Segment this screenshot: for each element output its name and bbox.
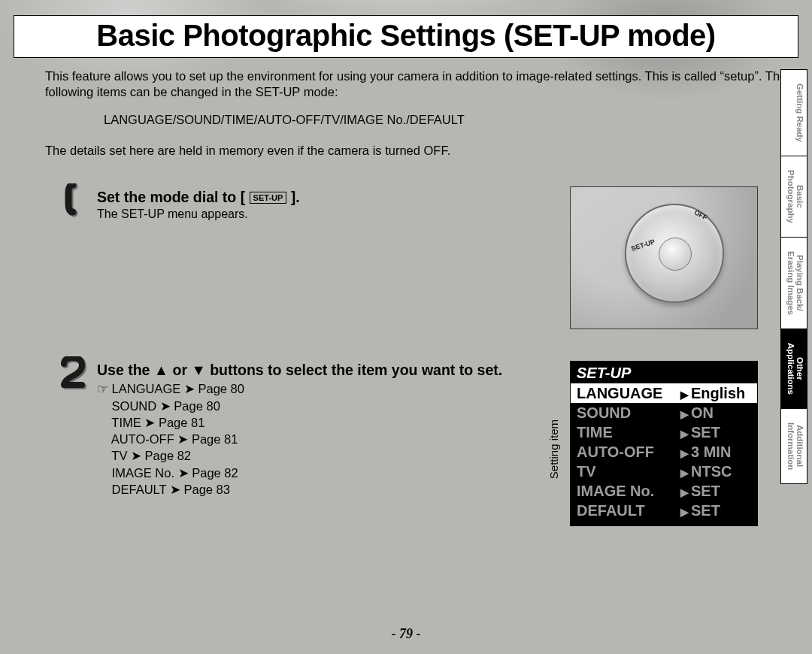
setting-item-callout: Setting item: [547, 419, 560, 479]
setup-chip: SET-UP: [250, 192, 287, 204]
tab-additional-information[interactable]: Additional Information: [780, 408, 807, 484]
tab-label: Information: [786, 422, 795, 470]
mode-dial-photo: OFF SET-UP: [570, 186, 758, 329]
lcd-val: English: [680, 385, 745, 402]
lcd-key: LANGUAGE: [577, 385, 680, 402]
ref-image-no: IMAGE No. ➤ Page 82: [112, 466, 238, 480]
lcd-key: AUTO-OFF: [577, 444, 680, 461]
lcd-key: DEFAULT: [577, 502, 680, 519]
page-reference-list: ☞ LANGUAGE ➤ Page 80 ☞ SOUND ➤ Page 80 ☞…: [97, 380, 538, 498]
lcd-title: SET-UP: [571, 362, 757, 383]
lcd-row-tv: TV NTSC: [571, 462, 757, 481]
mode-dial: OFF SET-UP: [625, 204, 724, 303]
lcd-row-time: TIME SET: [571, 422, 757, 442]
lcd-val: SET: [680, 502, 720, 519]
step-1-subtext: The SET-UP menu appears.: [97, 207, 538, 221]
ref-default: DEFAULT ➤ Page 83: [112, 483, 230, 496]
page-title: Basic Photographic Settings (SET-UP mode…: [22, 19, 790, 53]
lcd-setup-menu: SET-UP LANGUAGE English SOUND ON TIME SE…: [570, 361, 758, 526]
lcd-row-default: DEFAULT SET: [571, 501, 757, 520]
page-title-band: Basic Photographic Settings (SET-UP mode…: [14, 15, 798, 58]
lcd-row-auto-off: AUTO-OFF 3 MIN: [571, 442, 757, 462]
lcd-row-sound: SOUND ON: [571, 403, 757, 422]
tab-label: Other: [795, 357, 804, 380]
step-1-heading-post: ].: [286, 189, 299, 205]
lcd-key: TV: [577, 463, 680, 480]
manual-page: Basic Photographic Settings (SET-UP mode…: [0, 0, 812, 654]
step-1: Set the mode dial to [ SET-UP ]. The SET…: [56, 188, 538, 221]
step-number-2-icon: [56, 356, 91, 391]
tab-getting-ready[interactable]: Getting Ready: [780, 69, 807, 156]
tab-label: Getting Ready: [795, 83, 804, 142]
ref-sound: SOUND ➤ Page 80: [112, 399, 220, 413]
lcd-val: SET: [680, 424, 720, 441]
lcd-val: NTSC: [680, 463, 732, 480]
setup-items-list: LANGUAGE/SOUND/TIME/AUTO-OFF/TV/IMAGE No…: [104, 113, 806, 127]
tab-playing-back[interactable]: Playing Back/ Erasing Images: [780, 237, 807, 329]
tab-label: Photography: [786, 170, 795, 223]
lcd-val: SET: [680, 483, 720, 500]
ref-auto-off: AUTO-OFF ➤ Page 81: [111, 432, 238, 446]
lcd-key: IMAGE No.: [577, 483, 680, 500]
memory-retain-note: The details set here are held in memory …: [45, 144, 806, 158]
ref-tv: TV ➤ Page 82: [111, 449, 191, 462]
tab-basic-photography[interactable]: Basic Photography: [780, 156, 807, 237]
ref-language: LANGUAGE ➤ Page 80: [112, 382, 244, 395]
tab-label: Playing Back/: [795, 255, 804, 311]
step-1-heading: Set the mode dial to [ SET-UP ].: [97, 188, 538, 206]
tab-other-applications[interactable]: Other Applications: [780, 329, 807, 408]
lcd-key: SOUND: [577, 404, 680, 422]
section-tabs: Getting Ready Basic Photography Playing …: [780, 69, 807, 484]
tab-label: Additional: [795, 425, 804, 467]
pointer-icon: ☞: [97, 382, 108, 395]
lcd-val: ON: [680, 404, 714, 422]
dial-label-setup: SET-UP: [630, 238, 656, 253]
intro-paragraph: This feature allows you to set up the en…: [45, 68, 792, 99]
tab-label: Applications: [786, 343, 795, 395]
lcd-val: 3 MIN: [680, 444, 731, 461]
page-number: - 79 -: [0, 626, 812, 642]
step-number-1-icon: [56, 183, 91, 218]
step-2: Use the ▲ or ▼ buttons to select the ite…: [56, 361, 538, 498]
tab-label: Erasing Images: [786, 251, 795, 315]
lcd-row-language: LANGUAGE English: [571, 383, 757, 403]
lcd-key: TIME: [577, 424, 680, 441]
tab-label: Basic: [795, 185, 804, 208]
ref-time: TIME ➤ Page 81: [111, 416, 205, 429]
step-1-heading-pre: Set the mode dial to [: [97, 189, 250, 205]
step-2-heading: Use the ▲ or ▼ buttons to select the ite…: [97, 361, 538, 379]
lcd-row-image-no: IMAGE No. SET: [571, 481, 757, 501]
